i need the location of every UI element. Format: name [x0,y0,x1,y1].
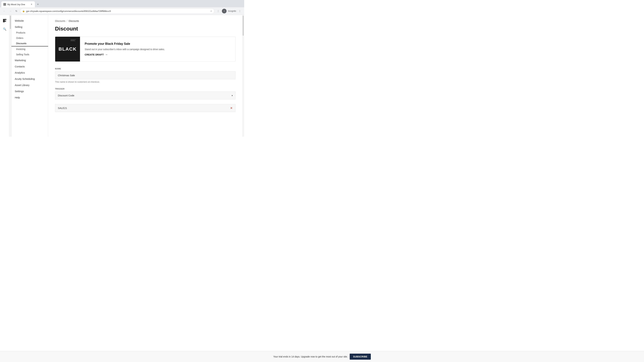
sidebar-item-acuity[interactable]: Acuity Scheduling [12,76,48,82]
browser-controls: ← → ↻ 🔒 gar-chrysalis.squarespace.com/co… [0,7,244,15]
page-title: Discount [55,26,236,32]
more-button[interactable]: ⋮ [238,9,242,13]
tab-close-button[interactable]: ✕ [30,3,33,6]
sidebar-item-asset-library[interactable]: Asset Library [12,82,48,88]
address-text: gar-chrysalis.squarespace.com/config/com… [26,10,209,12]
breadcrumb-parent-link[interactable]: Discounts [55,19,65,22]
reload-button[interactable]: ↻ [14,9,19,13]
address-bar[interactable]: 🔒 gar-chrysalis.squarespace.com/config/c… [20,8,214,14]
sidebar-item-analytics[interactable]: Analytics [12,69,48,76]
code-field-group: ✕ [55,104,236,112]
sidebar-item-website[interactable]: Website [12,17,48,24]
name-input[interactable] [55,71,236,79]
create-draft-button[interactable]: CREATE DRAFT → [85,53,165,56]
sidebar-item-selling[interactable]: Selling [12,24,48,30]
incognito-label: Incognito [228,10,236,12]
extensions-button[interactable]: ⋮ [216,9,220,13]
clear-code-button[interactable]: ✕ [228,106,235,110]
sidebar-item-settings[interactable]: Settings [12,88,48,94]
close-icon: ✕ [230,106,232,110]
trigger-label: TRIGGER [55,88,236,90]
discount-code-input[interactable] [55,104,228,112]
forward-button[interactable]: → [8,9,13,13]
breadcrumb-current: Discounts [68,19,79,22]
tab-favicon [3,3,6,6]
promo-image-text: BLACK [58,46,77,52]
name-hint: This name is shown to customers at check… [55,81,236,83]
search-icon[interactable]: 🔍 [2,26,8,32]
icon-sidebar: 🔍 [0,15,10,137]
promo-title: Promote your Black Friday Sale [85,42,165,45]
create-draft-label: CREATE DRAFT [85,53,104,56]
sidebar-item-contacts[interactable]: Contacts [12,63,48,69]
bookmark-icon[interactable]: ☆ [210,10,212,12]
left-scrollbar [10,15,12,137]
sidebar-item-marketing[interactable]: Marketing [12,57,48,63]
profile-button[interactable]: I [222,9,226,13]
code-input-row: ✕ [55,104,236,112]
promo-banner: BLACK Promote your Black Friday Sale Sta… [55,36,236,62]
tab-title: My Mood Joy One [8,3,29,6]
right-scrollbar-thumb[interactable] [243,15,244,36]
trigger-select-wrapper: Discount Code Automatic Buy X Get Y ▾ [55,91,236,99]
sidebar-item-discounts[interactable]: Discounts [12,41,48,46]
lock-icon: 🔒 [22,10,25,12]
main-content: Discounts / Discounts Discount BLACK Pro… [48,15,242,137]
right-scrollbar [242,15,244,137]
sidebar-item-selling-tools[interactable]: Selling Tools [12,52,48,57]
trigger-field-group: TRIGGER Discount Code Automatic Buy X Ge… [55,88,236,99]
sidebar-item-products[interactable]: Products [12,30,48,35]
back-button[interactable]: ← [2,9,7,13]
breadcrumb-separator: / [66,19,67,22]
promo-decoration [70,39,76,41]
nav-sidebar: Website Selling Products Orders Discount… [12,15,48,137]
tab-bar: My Mood Joy One ✕ + [0,0,244,7]
browser-chrome: My Mood Joy One ✕ + ← → ↻ 🔒 gar-chrysali… [0,0,244,15]
promo-image: BLACK [55,37,80,61]
name-label: NAME [55,68,236,70]
app-container: 🔍 Website Selling Products Orders Discou… [0,15,244,137]
browser-action-buttons: ⋮ I Incognito ⋮ [216,9,242,13]
sidebar-item-help[interactable]: Help [12,94,48,100]
profile-avatar: I [222,9,226,13]
browser-tab[interactable]: My Mood Joy One ✕ [1,1,35,7]
breadcrumb: Discounts / Discounts [55,19,236,22]
arrow-icon: → [105,53,108,56]
promo-description: Stand out in your subscriber's inbox wit… [85,48,165,51]
name-field-group: NAME This name is shown to customers at … [55,68,236,83]
scrollbar-thumb[interactable] [10,15,11,29]
new-tab-button[interactable]: + [36,2,40,7]
sidebar-item-invoicing[interactable]: Invoicing [12,46,48,52]
promo-content: Promote your Black Friday Sale Stand out… [80,37,170,61]
app-logo[interactable] [2,17,8,24]
trigger-select[interactable]: Discount Code Automatic Buy X Get Y [55,91,236,99]
sidebar-item-orders[interactable]: Orders [12,35,48,41]
